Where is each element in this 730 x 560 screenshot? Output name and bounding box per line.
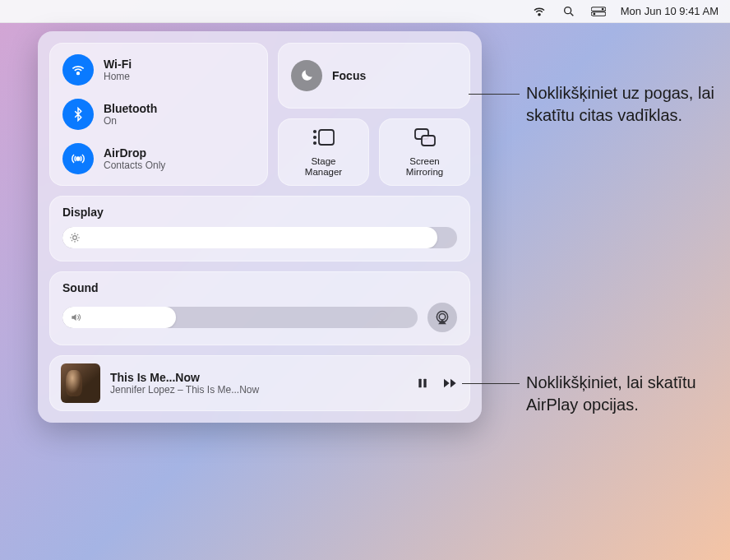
svg-point-9 xyxy=(313,130,315,132)
menubar-datetime[interactable]: Mon Jun 10 9:41 AM xyxy=(621,5,718,17)
menubar: Mon Jun 10 9:41 AM xyxy=(0,0,730,23)
bluetooth-title: Bluetooth xyxy=(104,102,157,115)
spotlight-icon[interactable] xyxy=(561,4,576,19)
svg-point-11 xyxy=(313,141,315,143)
svg-line-21 xyxy=(77,240,78,241)
airdrop-sub: Contacts Only xyxy=(104,160,165,171)
sound-slider[interactable] xyxy=(62,307,418,328)
control-center-panel: Wi-Fi Home Bluetooth On AirDrop xyxy=(38,31,482,423)
moon-icon[interactable] xyxy=(291,60,322,91)
display-slider[interactable] xyxy=(62,227,457,248)
airdrop-row[interactable]: AirDrop Contacts Only xyxy=(62,143,255,174)
stage-manager-icon xyxy=(312,127,336,151)
svg-point-6 xyxy=(593,12,595,15)
wifi-row[interactable]: Wi-Fi Home xyxy=(62,54,255,86)
callout-line xyxy=(462,383,520,384)
bluetooth-icon[interactable] xyxy=(62,99,94,130)
next-button[interactable] xyxy=(442,375,459,391)
bluetooth-row[interactable]: Bluetooth On xyxy=(62,99,255,130)
svg-rect-27 xyxy=(423,379,426,388)
svg-line-23 xyxy=(77,234,78,235)
volume-icon xyxy=(69,312,82,323)
control-center-icon[interactable] xyxy=(591,4,606,19)
screen-mirroring-icon xyxy=(413,127,437,151)
svg-point-0 xyxy=(538,13,540,15)
bluetooth-sub: On xyxy=(104,115,157,127)
svg-rect-26 xyxy=(418,379,421,388)
focus-title: Focus xyxy=(332,69,366,82)
wifi-icon[interactable] xyxy=(532,4,547,19)
svg-rect-12 xyxy=(319,130,334,145)
callout-line xyxy=(469,94,520,95)
wifi-icon[interactable] xyxy=(62,54,94,86)
svg-rect-14 xyxy=(422,136,435,146)
album-art xyxy=(61,363,100,403)
airdrop-title: AirDrop xyxy=(104,146,165,160)
svg-point-1 xyxy=(564,7,571,13)
svg-line-20 xyxy=(72,234,72,235)
airdrop-icon[interactable] xyxy=(62,143,94,174)
svg-line-2 xyxy=(571,13,573,16)
wifi-sub: Home xyxy=(104,71,132,82)
stage-manager-label: Stage Manager xyxy=(305,156,342,178)
airplay-audio-button[interactable] xyxy=(427,303,457,332)
brightness-icon xyxy=(69,232,81,243)
now-playing-subtitle: Jennifer Lopez – This Is Me...Now xyxy=(110,384,404,396)
stage-manager-button[interactable]: Stage Manager xyxy=(278,118,369,186)
svg-point-15 xyxy=(73,236,77,240)
svg-point-25 xyxy=(439,313,446,320)
pause-button[interactable] xyxy=(414,375,431,391)
network-module[interactable]: Wi-Fi Home Bluetooth On AirDrop xyxy=(49,43,268,186)
now-playing-module[interactable]: This Is Me...Now Jennifer Lopez – This I… xyxy=(49,355,470,411)
display-title: Display xyxy=(62,206,457,219)
sound-module[interactable]: Sound xyxy=(49,271,470,345)
screen-mirroring-button[interactable]: Screen Mirroring xyxy=(379,118,470,186)
svg-point-7 xyxy=(77,72,80,75)
callout-airplay: Noklikšķiniet, lai skatītu AirPlay opcij… xyxy=(526,372,715,416)
svg-point-8 xyxy=(76,157,80,160)
now-playing-title: This Is Me...Now xyxy=(110,371,404,384)
svg-point-4 xyxy=(601,7,603,10)
svg-line-22 xyxy=(72,240,72,241)
sound-title: Sound xyxy=(62,281,457,294)
wifi-title: Wi-Fi xyxy=(104,58,132,71)
svg-point-10 xyxy=(313,136,315,137)
callout-focus: Noklikšķiniet uz pogas, lai skatītu cita… xyxy=(526,82,715,127)
focus-module[interactable]: Focus xyxy=(278,43,470,109)
screen-mirroring-label: Screen Mirroring xyxy=(406,156,443,178)
display-module[interactable]: Display xyxy=(49,196,470,261)
